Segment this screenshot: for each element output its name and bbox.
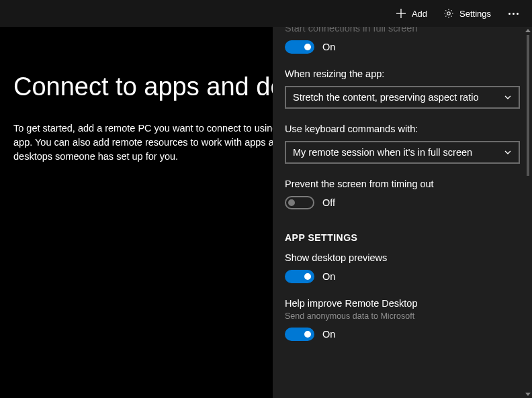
resize-select[interactable]: Stretch the content, preserving aspect r… [285,86,520,109]
fullscreen-toggle-state: On [322,42,335,52]
timeout-toggle-state: Off [322,197,335,208]
previews-toggle[interactable] [285,270,314,283]
timeout-label: Prevent the screen from timing out [285,179,520,189]
improve-toggle-state: On [322,329,335,340]
resize-label: When resizing the app: [285,68,520,79]
keyboard-select[interactable]: My remote session when it's in full scre… [285,141,520,164]
improve-toggle[interactable] [285,328,314,341]
ellipsis-icon [508,13,519,15]
gear-icon [443,8,454,19]
improve-sublabel: Send anonymous data to Microsoft [285,311,520,321]
previews-label: Show desktop previews [285,252,520,263]
resize-select-value: Stretch the content, preserving aspect r… [293,92,478,103]
previews-toggle-state: On [322,271,335,282]
chevron-down-icon [504,148,512,156]
improve-label: Help improve Remote Desktop [285,298,520,309]
fullscreen-toggle[interactable] [285,40,314,54]
scroll-down-icon [525,393,531,396]
keyboard-label: Use keyboard commands with: [285,123,520,134]
scroll-up-icon [525,29,531,32]
plus-icon [396,8,406,19]
svg-point-2 [447,12,450,15]
panel-scrollbar[interactable] [525,27,531,398]
page-description: To get started, add a remote PC you want… [13,121,296,164]
settings-panel: Start connections in full screen On When… [273,27,532,398]
settings-button[interactable]: Settings [437,4,498,23]
fullscreen-label-cut: Start connections in full screen [285,27,520,34]
keyboard-select-value: My remote session when it's in full scre… [293,147,472,158]
more-button[interactable] [500,9,527,19]
app-settings-header: APP SETTINGS [285,232,520,243]
chevron-down-icon [504,93,512,101]
settings-label: Settings [459,9,491,19]
add-button[interactable]: Add [389,4,434,23]
timeout-toggle[interactable] [285,196,314,209]
scroll-thumb[interactable] [527,35,529,176]
titlebar: Add Settings [0,0,532,27]
add-label: Add [412,9,427,19]
